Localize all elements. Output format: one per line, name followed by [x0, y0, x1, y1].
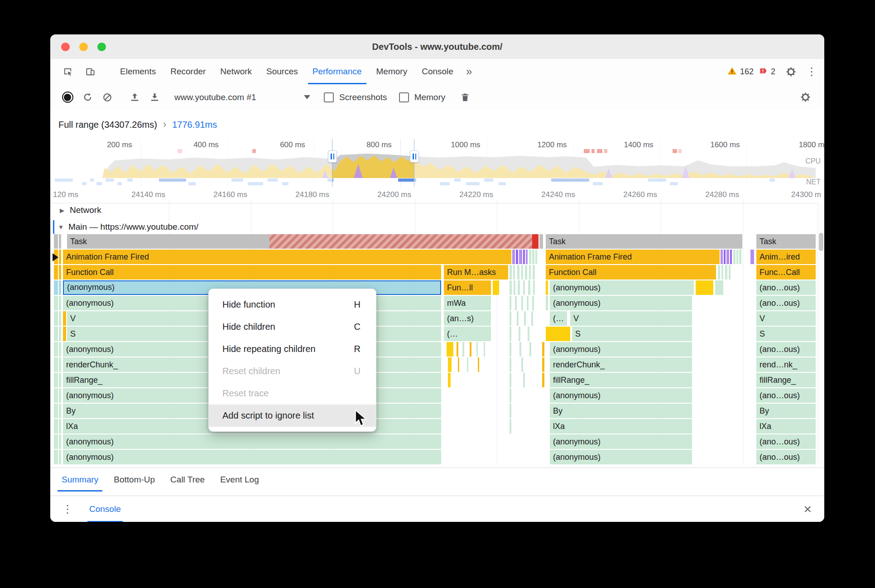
detail-tab-event-log[interactable]: Event Log: [212, 468, 267, 492]
breadcrumb-selection[interactable]: 1776.91ms: [172, 120, 217, 130]
main-menu-kebab-icon[interactable]: ⋮: [806, 66, 817, 77]
zoom-window-button[interactable]: [97, 43, 106, 51]
breadcrumb-full-range[interactable]: Full range (34307.26ms): [58, 120, 157, 130]
flame-bar[interactable]: Run M…asks: [444, 265, 508, 280]
flame-bar-fragment: [521, 296, 523, 310]
tab-recorder[interactable]: Recorder: [163, 59, 213, 84]
menu-item-add-script-to-ignore-list[interactable]: Add script to ignore list: [209, 405, 376, 427]
tab-elements[interactable]: Elements: [113, 59, 163, 84]
flame-bar-fragment: [721, 250, 723, 264]
range-handle-left[interactable]: [328, 150, 337, 163]
flame-bar[interactable]: Fun…ll: [444, 280, 491, 295]
more-tabs-icon[interactable]: »: [461, 59, 477, 84]
warnings-counter[interactable]: 162: [727, 66, 754, 77]
flame-bar[interactable]: Task: [546, 234, 742, 249]
flame-bar-fragment: [542, 373, 544, 387]
flame-bar[interactable]: mWa: [444, 296, 491, 310]
flame-bar[interactable]: V: [570, 311, 692, 326]
close-window-button[interactable]: [61, 43, 70, 51]
flame-bar[interactable]: rend…nk_: [756, 357, 816, 372]
flame-bar[interactable]: Function Call: [546, 265, 716, 280]
flame-bar[interactable]: (…: [444, 327, 491, 341]
flame-bar[interactable]: Animation Frame Fired: [63, 250, 511, 264]
device-toolbar-icon[interactable]: [80, 62, 100, 81]
drawer-close-icon[interactable]: ×: [803, 502, 812, 516]
range-handle-right[interactable]: [410, 150, 419, 163]
flame-bar[interactable]: By: [756, 404, 816, 418]
flame-bar[interactable]: Func…Call: [756, 265, 816, 280]
flame-chart[interactable]: 120 ms24140 ms24160 ms24180 ms24200 ms24…: [50, 187, 824, 468]
detail-tab-summary[interactable]: Summary: [54, 468, 106, 492]
record-button[interactable]: [58, 87, 77, 107]
flame-bar[interactable]: (anonymous): [550, 388, 692, 403]
flame-bar[interactable]: (anonymous): [63, 450, 441, 464]
network-track-header[interactable]: ▶ Network: [50, 203, 824, 217]
flame-bar[interactable]: S: [756, 327, 816, 341]
tab-network[interactable]: Network: [213, 59, 259, 84]
capture-settings-gear-icon[interactable]: [795, 87, 815, 107]
tab-memory[interactable]: Memory: [369, 59, 415, 84]
settings-gear-icon[interactable]: [781, 62, 801, 81]
screenshots-checkbox[interactable]: Screenshots: [324, 92, 387, 102]
detail-tab-bottom-up[interactable]: Bottom-Up: [106, 468, 163, 492]
reload-and-record-icon[interactable]: [77, 87, 97, 107]
issues-counter[interactable]: 2: [759, 67, 775, 77]
flame-bar[interactable]: (anonymous): [550, 342, 692, 357]
flame-bar[interactable]: Anim…ired: [756, 250, 816, 264]
flame-bar[interactable]: (ano…ous): [756, 450, 816, 464]
flame-bar[interactable]: (…: [550, 311, 567, 326]
save-profile-icon[interactable]: [144, 87, 164, 107]
flame-bar-fragment: [59, 373, 61, 387]
tab-sources[interactable]: Sources: [259, 59, 305, 84]
inspect-element-icon[interactable]: [58, 62, 77, 81]
flame-bar[interactable]: V: [756, 311, 816, 326]
main-track-header[interactable]: ▼ Main — https://www.youtube.com/: [50, 220, 824, 234]
flame-bar[interactable]: (ano…ous): [756, 296, 816, 310]
drawer-console-label: Console: [89, 504, 121, 514]
menu-item-hide-children[interactable]: Hide childrenC: [209, 316, 376, 338]
flame-row: Function CallRun M…asksFunction CallFunc…: [50, 265, 824, 280]
network-collapsed-icon[interactable]: ▶: [60, 207, 64, 214]
collect-garbage-icon[interactable]: [455, 87, 475, 107]
menu-item-hide-repeating-children[interactable]: Hide repeating childrenR: [209, 338, 376, 360]
flame-bar[interactable]: fillRange_: [550, 373, 692, 387]
flame-bar[interactable]: (an…s): [444, 311, 491, 326]
flame-bar[interactable]: By: [550, 404, 692, 418]
timeline-overview[interactable]: 200 ms400 ms600 ms800 ms1000 ms1200 ms14…: [50, 139, 824, 187]
main-expanded-icon[interactable]: ▼: [58, 224, 64, 231]
clear-recording-icon[interactable]: [97, 87, 117, 107]
flame-bar[interactable]: (anonymous): [550, 434, 692, 449]
minimize-window-button[interactable]: [79, 43, 88, 51]
tab-console[interactable]: Console: [414, 59, 461, 84]
flame-bar-fragment: [510, 404, 511, 418]
flame-bar[interactable]: lXa: [550, 419, 692, 434]
flame-bar[interactable]: (anonymous): [550, 450, 692, 464]
load-profile-icon[interactable]: [125, 87, 144, 107]
flame-scrollbar-track[interactable]: [817, 203, 824, 465]
flame-bar-fragment: [736, 250, 738, 264]
flame-bar[interactable]: Task: [756, 234, 816, 249]
flame-bar[interactable]: (ano…ous): [756, 434, 816, 449]
flame-bar[interactable]: S: [572, 327, 692, 341]
flame-bar[interactable]: (anonymous): [550, 280, 694, 295]
memory-checkbox[interactable]: Memory: [399, 92, 446, 102]
flame-bar[interactable]: (ano…ous): [756, 388, 816, 403]
detail-tab-call-tree[interactable]: Call Tree: [163, 468, 212, 492]
flame-bar[interactable]: (ano…ous): [756, 280, 816, 295]
tab-performance[interactable]: Performance: [305, 59, 369, 84]
flame-bar[interactable]: lXa: [756, 419, 816, 434]
recording-history-select[interactable]: www.youtube.com #1: [174, 92, 310, 102]
flame-bar[interactable]: renderChunk_: [550, 357, 692, 372]
ruler-label: 24220 ms: [425, 187, 493, 203]
flame-bar[interactable]: (anonymous): [550, 296, 692, 310]
flame-scrollbar-thumb[interactable]: [819, 233, 823, 251]
flame-bar[interactable]: Animation Frame Fired: [546, 250, 720, 264]
drawer-tab-console[interactable]: Console: [87, 496, 123, 522]
flame-bar[interactable]: Function Call: [63, 265, 441, 280]
flame-bar[interactable]: (ano…ous): [756, 342, 816, 357]
flame-bar[interactable]: Task: [67, 234, 269, 249]
menu-item-hide-function[interactable]: Hide functionH: [209, 294, 376, 316]
flame-bar[interactable]: (anonymous): [63, 434, 441, 449]
flame-bar[interactable]: fillRange_: [756, 373, 816, 387]
drawer-kebab-icon[interactable]: ⋮: [62, 504, 73, 515]
